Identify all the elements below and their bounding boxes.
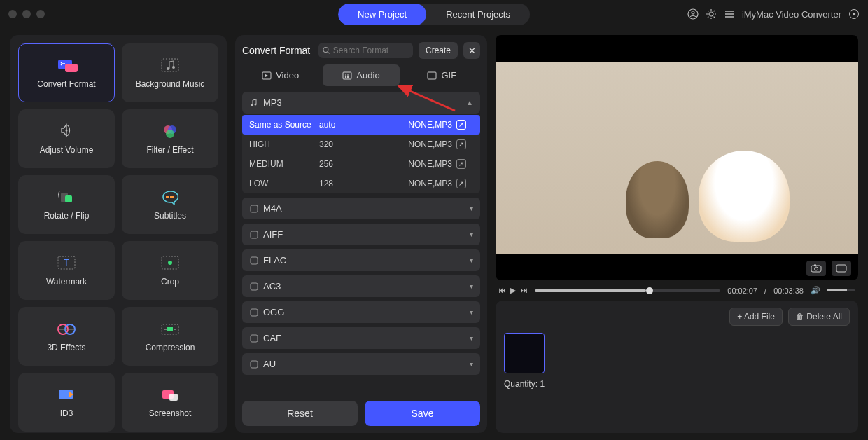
- create-button[interactable]: Create: [419, 42, 458, 59]
- tool-label: Watermark: [46, 277, 87, 287]
- svg-point-30: [347, 76, 349, 77]
- minimize-window[interactable]: [22, 10, 31, 18]
- quantity-label: Quantity: 1: [504, 379, 850, 389]
- playback-bar: ⏮ ▶ ⏭ 00:02:07 / 00:03:38 🔊: [496, 286, 858, 295]
- fullscreen-button[interactable]: [832, 261, 851, 276]
- tab-recent-projects[interactable]: Recent Projects: [426, 4, 530, 25]
- format-mp3-header[interactable]: MP3 ▲: [242, 92, 480, 114]
- tool-id3[interactable]: ID3: [18, 373, 115, 432]
- format-type-icon: [249, 256, 259, 266]
- tool-subtitles[interactable]: Subtitles: [122, 175, 218, 234]
- format-ogg-header[interactable]: OGG▾: [242, 301, 480, 323]
- tool-screenshot[interactable]: Screenshot: [122, 373, 218, 432]
- account-icon[interactable]: [687, 8, 699, 20]
- delete-all-button[interactable]: 🗑 Delete All: [788, 308, 850, 326]
- svg-point-7: [167, 67, 169, 70]
- tool-label: Background Music: [136, 79, 205, 89]
- export-icon[interactable]: ↗: [456, 179, 466, 188]
- tool-3d-effects[interactable]: 3D Effects: [18, 307, 115, 366]
- search-input[interactable]: [333, 46, 409, 55]
- tool-compression[interactable]: Compression: [122, 307, 218, 366]
- quality-bitrate: 128: [319, 179, 375, 188]
- quality-name: MEDIUM: [249, 159, 319, 169]
- menu-icon[interactable]: [724, 8, 735, 20]
- search-format[interactable]: [318, 43, 413, 58]
- maximize-window[interactable]: [36, 10, 45, 18]
- seek-thumb[interactable]: [646, 287, 653, 294]
- queue-item-thumb[interactable]: [504, 333, 545, 373]
- traffic-lights: [8, 10, 45, 18]
- tool-sidebar: Convert FormatBackground MusicAdjust Vol…: [10, 35, 227, 433]
- format-type-icon: [249, 282, 259, 291]
- tool-label: Convert Format: [37, 79, 95, 89]
- format-au-header[interactable]: AU▾: [242, 353, 480, 375]
- svg-point-8: [172, 66, 175, 69]
- svg-rect-39: [251, 335, 258, 342]
- quality-bitrate: 256: [319, 159, 375, 169]
- format-aiff-header[interactable]: AIFF▾: [242, 224, 480, 245]
- convert-icon: [55, 57, 78, 75]
- export-icon[interactable]: ↗: [456, 159, 466, 169]
- watermark-icon: T: [55, 254, 78, 273]
- chevron-up-icon: ▲: [466, 99, 473, 106]
- format-flac-header[interactable]: FLAC▾: [242, 249, 480, 271]
- volume-icon[interactable]: 🔊: [811, 286, 820, 295]
- volume-slider[interactable]: [827, 289, 855, 291]
- svg-rect-43: [814, 265, 816, 266]
- quality-row[interactable]: MEDIUM256NONE,MP3↗: [242, 154, 480, 174]
- gif-icon: [427, 71, 437, 81]
- tool-background-music[interactable]: Background Music: [122, 43, 218, 102]
- format-ac3-header[interactable]: AC3▾: [242, 275, 480, 297]
- format-caf-header[interactable]: CAF▾: [242, 327, 480, 349]
- tab-audio[interactable]: Audio: [323, 64, 399, 86]
- svg-rect-44: [836, 265, 846, 272]
- snapshot-button[interactable]: [806, 261, 826, 276]
- svg-rect-28: [343, 72, 351, 79]
- close-window[interactable]: [8, 10, 17, 18]
- format-type-icon: [249, 334, 259, 343]
- tab-new-project[interactable]: New Project: [338, 4, 426, 25]
- screenshot-icon: [159, 386, 181, 404]
- tool-crop[interactable]: Crop: [122, 241, 218, 300]
- tab-video[interactable]: Video: [242, 64, 318, 86]
- tool-label: 3D Effects: [47, 343, 85, 352]
- quality-row[interactable]: HIGH320NONE,MP3↗: [242, 135, 480, 154]
- close-panel-button[interactable]: ✕: [463, 42, 480, 59]
- format-type-icon: [249, 230, 259, 240]
- tool-label: Crop: [161, 277, 179, 287]
- next-button[interactable]: ⏭: [520, 286, 528, 295]
- settings-icon[interactable]: [706, 8, 717, 20]
- add-file-button[interactable]: + Add File: [729, 308, 783, 326]
- tool-label: Adjust Volume: [40, 145, 94, 155]
- svg-rect-22: [167, 327, 173, 331]
- quality-codec: NONE,MP3: [375, 120, 456, 130]
- reset-button[interactable]: Reset: [242, 401, 358, 426]
- svg-point-42: [815, 267, 818, 270]
- format-m4a-header[interactable]: M4A▾: [242, 198, 480, 219]
- svg-rect-31: [428, 72, 436, 79]
- save-button[interactable]: Save: [365, 401, 480, 426]
- export-icon[interactable]: ↗: [456, 139, 466, 149]
- quality-bitrate: auto: [319, 120, 375, 130]
- svg-point-18: [168, 261, 172, 265]
- tab-gif[interactable]: GIF: [404, 64, 480, 86]
- quality-row[interactable]: LOW128NONE,MP3↗: [242, 174, 480, 193]
- prev-button[interactable]: ⏮: [498, 286, 506, 295]
- tool-rotate-flip[interactable]: Rotate / Flip: [18, 175, 115, 234]
- seek-bar[interactable]: [535, 289, 720, 292]
- tool-watermark[interactable]: TWatermark: [18, 241, 115, 300]
- subtitles-icon: [159, 188, 181, 207]
- chevron-down-icon: ▾: [470, 231, 473, 238]
- format-type-icon: [249, 204, 259, 214]
- quality-row[interactable]: Same as SourceautoNONE,MP3↗: [242, 115, 480, 135]
- play-button[interactable]: ▶: [510, 286, 516, 295]
- tool-convert-format[interactable]: Convert Format: [18, 43, 115, 102]
- export-icon[interactable]: ↗: [456, 120, 466, 130]
- play-badge-icon[interactable]: [848, 8, 860, 20]
- compression-icon: [159, 320, 181, 338]
- tool-filter-effect[interactable]: Filter / Effect: [122, 109, 218, 168]
- svg-rect-36: [251, 257, 258, 264]
- tool-adjust-volume[interactable]: Adjust Volume: [18, 109, 115, 168]
- svg-point-26: [323, 48, 328, 53]
- search-icon: [323, 46, 330, 55]
